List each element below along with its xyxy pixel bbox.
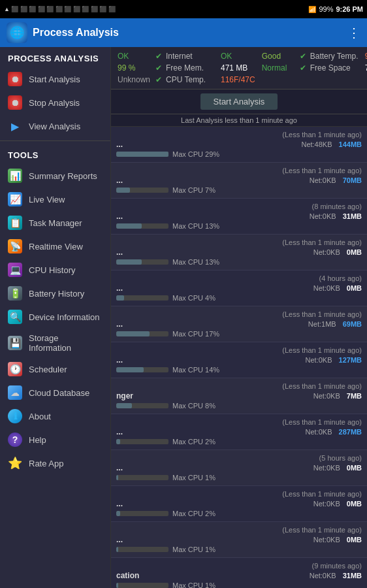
process-cpu-row: Max CPU 17%	[116, 330, 362, 338]
process-name-row: ... Net:0KB 0MB	[116, 499, 362, 508]
process-time: (Less than 1 minute ago)	[282, 382, 362, 390]
sidebar-item-cpu-history[interactable]: 💻 CPU History	[0, 258, 110, 282]
overflow-menu-icon[interactable]: ⋮	[347, 25, 360, 41]
process-net-mem: Net:0KB 7MB	[313, 392, 362, 400]
sidebar-item-cloud-database[interactable]: ☁ Cloud Database	[0, 381, 110, 404]
cpu-label: Max CPU 1%	[172, 546, 215, 553]
process-name-row: ... Net:48KB 144MB	[116, 140, 362, 149]
status-icons: ▲ ⬛ ⬛ ⬛ ⬛ ⬛ ⬛ ⬛ ⬛ ⬛ ⬛ ⬛ ⬛	[4, 6, 116, 12]
process-mem: 0MB	[347, 284, 362, 292]
process-time-row: (8 minutes ago)	[116, 203, 362, 210]
analysis-section-title: PROCESS ANALYSIS	[0, 47, 110, 67]
process-net: Net:48KB	[301, 140, 332, 148]
internet-label: Internet	[166, 52, 217, 61]
process-item[interactable]: (8 minutes ago) ... Net:0KB 31MB Max CPU…	[111, 199, 367, 235]
battery-history-icon: 🔋	[8, 286, 22, 301]
cputemp-result: 116F/47C	[221, 75, 255, 84]
process-time: (Less than 1 minute ago)	[282, 167, 362, 174]
process-item[interactable]: (Less than 1 minute ago) ... Net:0KB 127…	[111, 342, 367, 378]
process-time-row: (Less than 1 minute ago)	[116, 346, 362, 354]
cpu-bar-bg	[116, 403, 168, 408]
process-net: Net:0KB	[310, 212, 336, 220]
cpu-bar-wrap: Max CPU 8%	[116, 402, 215, 410]
sidebar-item-stop-analysis[interactable]: ⏺ Stop Analysis	[0, 91, 110, 114]
sidebar-item-summary-reports[interactable]: 📊 Summary Reports	[0, 164, 110, 188]
process-net: Net:0KB	[306, 356, 332, 364]
cpu-bar-wrap: Max CPU 7%	[116, 186, 215, 194]
process-item[interactable]: (Less than 1 minute ago) ... Net:0KB 287…	[111, 414, 367, 450]
process-item[interactable]: (Less than 1 minute ago) ... Net:1MB 69M…	[111, 306, 367, 342]
process-item[interactable]: (5 hours ago) ... Net:0KB 0MB Max CPU 1%	[111, 450, 367, 486]
process-list[interactable]: (Less than 1 minute ago) ... Net:48KB 14…	[111, 127, 367, 588]
process-time: (Less than 1 minute ago)	[282, 131, 362, 139]
title-bar: 🌐 Process Analysis ⋮	[0, 18, 367, 47]
process-time: (Less than 1 minute ago)	[282, 310, 362, 318]
process-item[interactable]: (Less than 1 minute ago) ... Net:0KB 0MB…	[111, 486, 367, 522]
cputemp-status-value: Unknown	[118, 75, 152, 84]
cloud-database-label: Cloud Database	[29, 388, 89, 398]
process-name: ...	[116, 355, 123, 365]
sidebar-item-device-information[interactable]: 🔍 Device Information	[0, 305, 110, 329]
process-name: ...	[116, 284, 123, 293]
process-name-row: ... Net:0KB 0MB	[116, 463, 362, 472]
process-name-row: ... Net:0KB 287MB	[116, 427, 362, 436]
sidebar-item-view-analysis[interactable]: ▶ View Analysis	[0, 114, 110, 138]
status-bar: ▲ ⬛ ⬛ ⬛ ⬛ ⬛ ⬛ ⬛ ⬛ ⬛ ⬛ ⬛ ⬛ 📶 99% 9:26 PM	[0, 0, 367, 18]
process-net-mem: Net:0KB 0MB	[313, 284, 362, 292]
process-item[interactable]: (Less than 1 minute ago) nger Net:0KB 7M…	[111, 378, 367, 414]
start-analysis-icon: ⏺	[8, 72, 22, 86]
status-row-cputemp: Unknown ✔ CPU Temp. 116F/47C	[118, 74, 255, 85]
cpu-bar-wrap: Max CPU 4%	[116, 294, 215, 302]
process-item[interactable]: (Less than 1 minute ago) ... Net:0KB 0MB…	[111, 522, 367, 558]
cpu-label: Max CPU 29%	[172, 150, 219, 158]
sidebar-item-about[interactable]: ℹ About	[0, 404, 110, 428]
process-net: Net:0KB	[306, 428, 332, 436]
process-time-row: (Less than 1 minute ago)	[116, 490, 362, 498]
sidebar-item-storage-information[interactable]: 💾 Storage Information	[0, 329, 110, 357]
process-mem: 127MB	[339, 356, 362, 364]
sidebar-item-task-manager[interactable]: 📋 Task Manager	[0, 211, 110, 235]
tools-section-title: TOOLS	[0, 144, 110, 164]
process-item[interactable]: (Less than 1 minute ago) ... Net:0KB 70M…	[111, 163, 367, 199]
process-name: ...	[116, 427, 123, 436]
title-bar-left: 🌐 Process Analysis	[7, 22, 119, 43]
content-area: OK ✔ Internet OK Good ✔ Battery Temp. 91…	[111, 47, 367, 588]
about-icon: ℹ	[8, 409, 22, 423]
cpu-bar-fill	[116, 259, 142, 265]
sidebar-item-rate-app[interactable]: ⭐ Rate App	[0, 451, 110, 475]
cpu-label: Max CPU 2%	[172, 438, 215, 446]
process-item[interactable]: (9 minutes ago) cation Net:0KB 31MB Max …	[111, 558, 367, 588]
internet-result: OK	[221, 52, 232, 61]
sidebar-item-realtime-view[interactable]: 📡 Realtime View	[0, 235, 110, 258]
process-item[interactable]: (Less than 1 minute ago) ... Net:0KB 0MB…	[111, 235, 367, 270]
live-view-icon: 📈	[8, 192, 22, 206]
sidebar-item-start-analysis[interactable]: ⏺ Start Analysis	[0, 67, 110, 91]
process-net-mem: Net:1MB 69MB	[308, 320, 362, 328]
process-cpu-row: Max CPU 7%	[116, 186, 362, 194]
process-time-row: (Less than 1 minute ago)	[116, 382, 362, 390]
process-time-row: (5 hours ago)	[116, 454, 362, 462]
app-icon: 🌐	[7, 22, 27, 43]
cpu-bar-fill	[116, 511, 120, 516]
cpu-bar-bg	[116, 439, 168, 444]
process-cpu-row: Max CPU 1%	[116, 581, 362, 588]
process-net-mem: Net:0KB 127MB	[306, 356, 362, 364]
cpu-bar-bg	[116, 152, 168, 157]
process-item[interactable]: (Less than 1 minute ago) ... Net:48KB 14…	[111, 127, 367, 163]
cpu-bar-bg	[116, 547, 168, 552]
start-analysis-button[interactable]: Start Analysis	[200, 93, 278, 110]
cpu-bar-wrap: Max CPU 17%	[116, 330, 219, 338]
process-time: (5 hours ago)	[319, 454, 362, 462]
rate-app-icon: ⭐	[8, 456, 22, 470]
help-icon: ?	[8, 433, 22, 447]
process-net-mem: Net:0KB 0MB	[313, 464, 362, 472]
sidebar-item-scheduler[interactable]: 🕐 Scheduler	[0, 357, 110, 381]
process-name-row: nger Net:0KB 7MB	[116, 391, 362, 400]
sidebar-item-battery-history[interactable]: 🔋 Battery History	[0, 282, 110, 305]
status-row-freemem: 99 % ✔ Free Mem. 471 MB	[118, 63, 255, 73]
sidebar-item-help[interactable]: ? Help	[0, 428, 110, 451]
sidebar-item-live-view[interactable]: 📈 Live View	[0, 188, 110, 211]
cpu-bar-wrap: Max CPU 1%	[116, 581, 215, 588]
process-item[interactable]: (4 hours ago) ... Net:0KB 0MB Max CPU 4%	[111, 270, 367, 306]
process-cpu-row: Max CPU 1%	[116, 546, 362, 553]
